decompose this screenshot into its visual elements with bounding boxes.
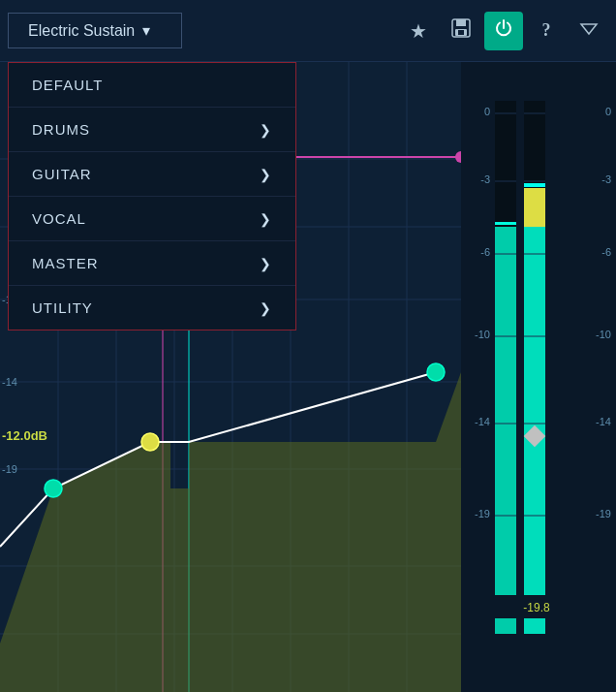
menu-down-icon bbox=[579, 22, 599, 40]
preset-name: Electric Sustain bbox=[28, 22, 135, 40]
header-icons: ★ bbox=[399, 12, 608, 50]
dropdown-vocal-label: VOCAL bbox=[32, 210, 86, 227]
svg-point-32 bbox=[427, 363, 445, 381]
svg-text:-14: -14 bbox=[475, 416, 490, 427]
drums-arrow-icon: ❯ bbox=[260, 122, 272, 138]
svg-rect-52 bbox=[524, 188, 545, 227]
dropdown-utility-label: UTILITY bbox=[32, 299, 93, 316]
help-button[interactable]: ? bbox=[527, 12, 566, 50]
svg-rect-3 bbox=[458, 30, 464, 35]
preset-selector[interactable]: Electric Sustain ▾ bbox=[8, 13, 182, 48]
dropdown-menu: DEFAULT DRUMS ❯ GUITAR ❯ VOCAL ❯ MASTER … bbox=[8, 62, 296, 330]
dropdown-master-label: MASTER bbox=[32, 255, 99, 271]
power-icon bbox=[493, 17, 514, 44]
dropdown-item-vocal[interactable]: VOCAL ❯ bbox=[9, 197, 295, 241]
svg-rect-1 bbox=[456, 19, 466, 26]
dropdown-item-master[interactable]: MASTER ❯ bbox=[9, 241, 295, 286]
svg-text:-14: -14 bbox=[2, 376, 17, 388]
svg-rect-50 bbox=[524, 188, 545, 634]
svg-rect-51 bbox=[524, 183, 545, 187]
svg-point-31 bbox=[141, 433, 159, 451]
question-icon: ? bbox=[542, 20, 551, 41]
vu-meter-area: 0 -3 -6 -10 -14 -19 0 -3 -6 -10 -14 -19 bbox=[461, 62, 616, 692]
svg-text:-10: -10 bbox=[475, 329, 490, 340]
dropdown-drums-label: DRUMS bbox=[32, 121, 90, 138]
svg-text:-19: -19 bbox=[2, 463, 17, 475]
svg-text:-10: -10 bbox=[596, 329, 611, 340]
svg-text:0: 0 bbox=[605, 106, 611, 117]
svg-text:-12.0dB: -12.0dB bbox=[2, 428, 47, 443]
dropdown-item-utility[interactable]: UTILITY ❯ bbox=[9, 286, 295, 330]
svg-point-30 bbox=[45, 480, 62, 497]
save-button[interactable] bbox=[442, 12, 480, 50]
vu-meter-svg: 0 -3 -6 -10 -14 -19 0 -3 -6 -10 -14 -19 bbox=[461, 72, 616, 692]
dropdown-item-drums[interactable]: DRUMS ❯ bbox=[9, 108, 295, 152]
svg-text:-6: -6 bbox=[601, 246, 611, 258]
chevron-down-icon: ▾ bbox=[142, 21, 150, 40]
svg-text:-3: -3 bbox=[601, 173, 611, 185]
utility-arrow-icon: ❯ bbox=[260, 300, 272, 316]
menu-button[interactable] bbox=[570, 12, 608, 50]
power-button[interactable] bbox=[484, 12, 523, 50]
svg-text:-19: -19 bbox=[475, 508, 490, 519]
svg-text:0: 0 bbox=[484, 106, 490, 117]
svg-rect-47 bbox=[495, 227, 516, 634]
svg-text:-19: -19 bbox=[596, 508, 611, 519]
svg-rect-48 bbox=[495, 222, 516, 225]
plugin-container: Electric Sustain ▾ ★ bbox=[0, 0, 616, 692]
dropdown-guitar-label: GUITAR bbox=[32, 166, 92, 182]
master-arrow-icon: ❯ bbox=[260, 256, 272, 271]
star-icon: ★ bbox=[410, 19, 427, 43]
save-icon bbox=[450, 17, 472, 44]
guitar-arrow-icon: ❯ bbox=[260, 167, 272, 182]
svg-text:-3: -3 bbox=[480, 173, 490, 185]
svg-text:-19.8: -19.8 bbox=[523, 601, 550, 614]
dropdown-default-label: DEFAULT bbox=[32, 77, 103, 93]
dropdown-item-default[interactable]: DEFAULT bbox=[9, 63, 295, 108]
svg-marker-4 bbox=[581, 24, 597, 34]
vocal-arrow-icon: ❯ bbox=[260, 211, 272, 227]
header-bar: Electric Sustain ▾ ★ bbox=[0, 0, 616, 62]
svg-text:-6: -6 bbox=[480, 246, 490, 258]
svg-text:-14: -14 bbox=[596, 416, 611, 427]
dropdown-item-guitar[interactable]: GUITAR ❯ bbox=[9, 152, 295, 197]
star-button[interactable]: ★ bbox=[399, 12, 438, 50]
